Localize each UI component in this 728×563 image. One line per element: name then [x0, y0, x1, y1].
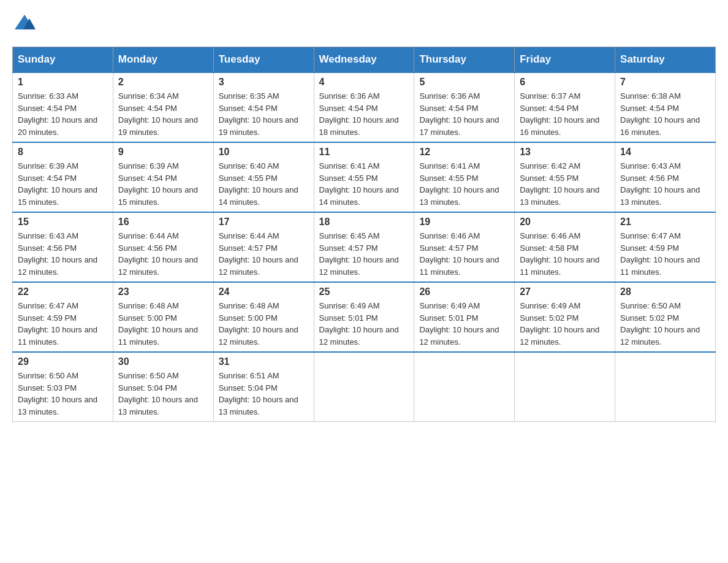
calendar-cell: 24 Sunrise: 6:48 AM Sunset: 5:00 PM Dayl…	[213, 282, 314, 352]
calendar-cell: 21 Sunrise: 6:47 AM Sunset: 4:59 PM Dayl…	[615, 212, 716, 282]
day-info: Sunrise: 6:41 AM Sunset: 4:55 PM Dayligh…	[419, 160, 509, 208]
calendar-cell: 5 Sunrise: 6:36 AM Sunset: 4:54 PM Dayli…	[414, 72, 515, 142]
calendar-week-row: 8 Sunrise: 6:39 AM Sunset: 4:54 PM Dayli…	[13, 142, 716, 212]
calendar-week-row: 22 Sunrise: 6:47 AM Sunset: 4:59 PM Dayl…	[13, 282, 716, 352]
calendar-cell: 1 Sunrise: 6:33 AM Sunset: 4:54 PM Dayli…	[13, 72, 113, 142]
calendar-cell: 7 Sunrise: 6:38 AM Sunset: 4:54 PM Dayli…	[615, 72, 716, 142]
calendar-cell: 8 Sunrise: 6:39 AM Sunset: 4:54 PM Dayli…	[13, 142, 113, 212]
day-number: 13	[520, 147, 610, 158]
day-info: Sunrise: 6:34 AM Sunset: 4:54 PM Dayligh…	[118, 90, 208, 138]
day-info: Sunrise: 6:44 AM Sunset: 4:56 PM Dayligh…	[118, 230, 208, 278]
calendar-cell: 4 Sunrise: 6:36 AM Sunset: 4:54 PM Dayli…	[314, 72, 414, 142]
calendar-cell: 10 Sunrise: 6:40 AM Sunset: 4:55 PM Dayl…	[213, 142, 314, 212]
day-info: Sunrise: 6:39 AM Sunset: 4:54 PM Dayligh…	[118, 160, 208, 208]
day-number: 9	[118, 147, 208, 158]
day-info: Sunrise: 6:48 AM Sunset: 5:00 PM Dayligh…	[118, 300, 208, 348]
calendar-cell: 17 Sunrise: 6:44 AM Sunset: 4:57 PM Dayl…	[213, 212, 314, 282]
day-info: Sunrise: 6:50 AM Sunset: 5:02 PM Dayligh…	[620, 300, 710, 348]
day-number: 28	[620, 286, 710, 297]
day-number: 30	[118, 356, 208, 367]
day-info: Sunrise: 6:47 AM Sunset: 4:59 PM Dayligh…	[620, 230, 710, 278]
logo	[12, 12, 37, 34]
header-wednesday: Wednesday	[314, 47, 414, 73]
day-number: 25	[319, 286, 409, 297]
day-info: Sunrise: 6:37 AM Sunset: 4:54 PM Dayligh…	[520, 90, 610, 138]
day-info: Sunrise: 6:46 AM Sunset: 4:58 PM Dayligh…	[520, 230, 610, 278]
calendar-cell: 30 Sunrise: 6:50 AM Sunset: 5:04 PM Dayl…	[113, 352, 213, 422]
day-number: 18	[319, 216, 409, 228]
day-info: Sunrise: 6:38 AM Sunset: 4:54 PM Dayligh…	[620, 90, 710, 138]
day-number: 22	[18, 286, 108, 297]
day-info: Sunrise: 6:49 AM Sunset: 5:02 PM Dayligh…	[520, 300, 610, 348]
day-number: 3	[219, 77, 309, 88]
day-number: 1	[18, 77, 108, 88]
calendar-week-row: 15 Sunrise: 6:43 AM Sunset: 4:56 PM Dayl…	[13, 212, 716, 282]
day-number: 31	[219, 356, 309, 367]
calendar-cell: 13 Sunrise: 6:42 AM Sunset: 4:55 PM Dayl…	[515, 142, 615, 212]
day-number: 14	[620, 147, 710, 158]
day-number: 19	[419, 216, 509, 228]
day-number: 27	[520, 286, 610, 297]
day-info: Sunrise: 6:35 AM Sunset: 4:54 PM Dayligh…	[219, 90, 309, 138]
day-info: Sunrise: 6:47 AM Sunset: 4:59 PM Dayligh…	[18, 300, 108, 348]
calendar-cell: 14 Sunrise: 6:43 AM Sunset: 4:56 PM Dayl…	[615, 142, 716, 212]
day-info: Sunrise: 6:50 AM Sunset: 5:03 PM Dayligh…	[18, 370, 108, 418]
day-number: 10	[219, 147, 309, 158]
calendar-cell: 31 Sunrise: 6:51 AM Sunset: 5:04 PM Dayl…	[213, 352, 314, 422]
day-info: Sunrise: 6:44 AM Sunset: 4:57 PM Dayligh…	[219, 230, 309, 278]
calendar-header-row: Sunday Monday Tuesday Wednesday Thursday…	[13, 47, 716, 73]
calendar-cell: 9 Sunrise: 6:39 AM Sunset: 4:54 PM Dayli…	[113, 142, 213, 212]
calendar-week-row: 1 Sunrise: 6:33 AM Sunset: 4:54 PM Dayli…	[13, 72, 716, 142]
calendar-cell: 28 Sunrise: 6:50 AM Sunset: 5:02 PM Dayl…	[615, 282, 716, 352]
day-number: 23	[118, 286, 208, 297]
day-info: Sunrise: 6:45 AM Sunset: 4:57 PM Dayligh…	[319, 230, 409, 278]
day-number: 6	[520, 77, 610, 88]
calendar-cell: 15 Sunrise: 6:43 AM Sunset: 4:56 PM Dayl…	[13, 212, 113, 282]
header-friday: Friday	[515, 47, 615, 73]
calendar-cell: 18 Sunrise: 6:45 AM Sunset: 4:57 PM Dayl…	[314, 212, 414, 282]
day-number: 4	[319, 77, 409, 88]
day-info: Sunrise: 6:40 AM Sunset: 4:55 PM Dayligh…	[219, 160, 309, 208]
day-info: Sunrise: 6:43 AM Sunset: 4:56 PM Dayligh…	[18, 230, 108, 278]
page-header	[12, 12, 716, 34]
day-number: 2	[118, 77, 208, 88]
calendar-cell	[414, 352, 515, 422]
calendar-cell	[515, 352, 615, 422]
calendar-cell: 22 Sunrise: 6:47 AM Sunset: 4:59 PM Dayl…	[13, 282, 113, 352]
day-number: 11	[319, 147, 409, 158]
calendar-cell: 6 Sunrise: 6:37 AM Sunset: 4:54 PM Dayli…	[515, 72, 615, 142]
day-info: Sunrise: 6:49 AM Sunset: 5:01 PM Dayligh…	[419, 300, 509, 348]
logo-icon	[13, 12, 36, 34]
calendar-cell: 19 Sunrise: 6:46 AM Sunset: 4:57 PM Dayl…	[414, 212, 515, 282]
calendar-cell: 20 Sunrise: 6:46 AM Sunset: 4:58 PM Dayl…	[515, 212, 615, 282]
day-number: 20	[520, 216, 610, 228]
day-info: Sunrise: 6:43 AM Sunset: 4:56 PM Dayligh…	[620, 160, 710, 208]
day-info: Sunrise: 6:49 AM Sunset: 5:01 PM Dayligh…	[319, 300, 409, 348]
header-tuesday: Tuesday	[213, 47, 314, 73]
day-info: Sunrise: 6:46 AM Sunset: 4:57 PM Dayligh…	[419, 230, 509, 278]
header-sunday: Sunday	[13, 47, 113, 73]
day-number: 21	[620, 216, 710, 228]
day-number: 15	[18, 216, 108, 228]
day-number: 17	[219, 216, 309, 228]
header-thursday: Thursday	[414, 47, 515, 73]
calendar-cell: 16 Sunrise: 6:44 AM Sunset: 4:56 PM Dayl…	[113, 212, 213, 282]
day-info: Sunrise: 6:42 AM Sunset: 4:55 PM Dayligh…	[520, 160, 610, 208]
day-number: 16	[118, 216, 208, 228]
calendar-cell: 3 Sunrise: 6:35 AM Sunset: 4:54 PM Dayli…	[213, 72, 314, 142]
day-info: Sunrise: 6:50 AM Sunset: 5:04 PM Dayligh…	[118, 370, 208, 418]
day-info: Sunrise: 6:36 AM Sunset: 4:54 PM Dayligh…	[319, 90, 409, 138]
day-number: 24	[219, 286, 309, 297]
day-info: Sunrise: 6:39 AM Sunset: 4:54 PM Dayligh…	[18, 160, 108, 208]
calendar-cell: 27 Sunrise: 6:49 AM Sunset: 5:02 PM Dayl…	[515, 282, 615, 352]
calendar-week-row: 29 Sunrise: 6:50 AM Sunset: 5:03 PM Dayl…	[13, 352, 716, 422]
calendar-cell: 2 Sunrise: 6:34 AM Sunset: 4:54 PM Dayli…	[113, 72, 213, 142]
calendar-cell	[314, 352, 414, 422]
header-monday: Monday	[113, 47, 213, 73]
calendar-cell: 29 Sunrise: 6:50 AM Sunset: 5:03 PM Dayl…	[13, 352, 113, 422]
day-info: Sunrise: 6:41 AM Sunset: 4:55 PM Dayligh…	[319, 160, 409, 208]
calendar-cell: 23 Sunrise: 6:48 AM Sunset: 5:00 PM Dayl…	[113, 282, 213, 352]
header-saturday: Saturday	[615, 47, 716, 73]
calendar-cell: 26 Sunrise: 6:49 AM Sunset: 5:01 PM Dayl…	[414, 282, 515, 352]
day-number: 12	[419, 147, 509, 158]
